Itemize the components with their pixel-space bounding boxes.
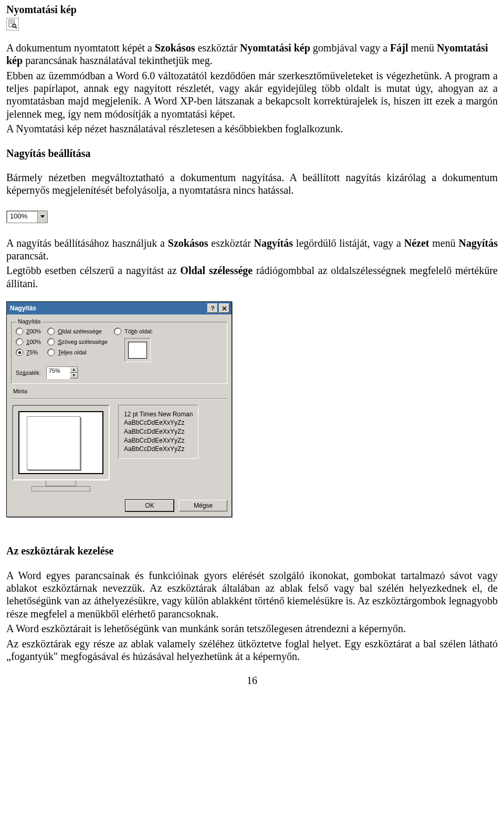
zoom-group-legend: Nagyítás [16,318,43,325]
radio-icon [47,349,55,356]
radio-multipage[interactable]: Több oldal: [114,328,153,335]
dialog-title-text: Nagyítás [10,305,36,312]
radio-option[interactable]: 100% [16,338,41,345]
body-para-2: Ebben az üzemmódban a Word 6.0 változatá… [6,69,498,121]
zoom-dialog: Nagyítás ? Nagyítás 200%100%75% Oldal sz… [6,301,232,517]
document-page: Nyomtatási kép A dokumentum nyomtatott k… [0,0,504,702]
close-button[interactable] [219,303,229,313]
radio-option[interactable]: Oldal szélessége [47,328,108,335]
radio-icon [114,328,121,335]
percent-value: 75% [47,367,70,379]
heading-nyomtatasi-kep: Nyomtatási kép [6,3,498,16]
radio-label: Oldal szélessége [58,328,102,335]
radio-option[interactable]: 200% [16,328,41,335]
radio-col-multi: Több oldal: [114,328,153,362]
minta-label: Minta [11,387,227,395]
percent-label: Százalék: [16,370,41,376]
radio-label: 75% [26,349,38,356]
heading-eszkoztarak: Az eszköztárak kezelése [6,544,498,557]
body-para-8: A Word eszköztárait is lehetőségünk van … [6,622,498,635]
body-para-7: A Word egyes parancsainak és funkcióinak… [6,569,498,621]
radio-icon [47,328,55,335]
preview-font-label: 12 pt Times New Roman [124,411,193,418]
preview-line: AaBbCcDdEeXxYyZz [124,437,193,445]
ok-button[interactable]: OK [125,500,174,512]
radio-option[interactable]: 75% [16,349,41,356]
preview-line: AaBbCcDdEeXxYyZz [124,419,193,427]
radio-label: Több oldal: [124,328,153,335]
radio-icon [16,328,23,335]
body-para-3: A Nyomtatási kép nézet használatával rés… [6,122,498,135]
body-para-4: Bármely nézetben megváltoztatható a doku… [6,171,498,197]
radio-label: Szöveg szélessége [58,339,108,345]
monitor-preview-icon [12,405,110,491]
multipage-picker[interactable] [124,338,151,362]
page-number: 16 [6,674,498,687]
body-para-5: A nagyítás beállításához használjuk a Sz… [6,237,498,263]
radio-icon [16,338,23,345]
svg-line-5 [15,27,17,29]
preview-line: AaBbCcDdEeXxYyZz [124,428,193,436]
spin-down-icon[interactable]: ▼ [70,373,78,379]
chevron-down-icon[interactable] [37,211,47,223]
zoom-dropdown-value: 100% [7,211,37,223]
radio-icon [47,338,55,345]
help-button[interactable]: ? [207,303,218,313]
radio-label: Teljes oldal [58,349,86,356]
cancel-button[interactable]: Mégse [179,500,227,512]
print-preview-icon [6,18,19,30]
zoom-group: Nagyítás 200%100%75% Oldal szélességeSzö… [11,322,227,384]
heading-nagyitas: Nagyítás beállítása [6,147,498,160]
font-preview-box: 12 pt Times New Roman AaBbCcDdEeXxYyZzAa… [118,405,198,459]
body-para-1: A dokumentum nyomtatott képét a Szokásos… [6,41,498,67]
body-para-6: Legtöbb esetben célszerű a nagyítást az … [6,264,498,290]
radio-option[interactable]: Teljes oldal [47,349,108,356]
svg-marker-6 [40,215,45,218]
radio-col-fit: Oldal szélességeSzöveg szélességeTeljes … [47,328,108,362]
radio-icon [16,349,23,356]
radio-option[interactable]: Szöveg szélessége [47,338,108,345]
zoom-dropdown[interactable]: 100% [6,211,48,223]
preview-area: 12 pt Times New Roman AaBbCcDdEeXxYyZzAa… [11,403,227,495]
radio-label: 100% [26,339,41,345]
body-para-9: Az eszköztárak egy része az ablak valame… [6,637,498,663]
dialog-titlebar: Nagyítás ? [7,302,232,314]
preview-line: AaBbCcDdEeXxYyZz [124,445,193,453]
radio-col-percent: 200%100%75% [16,328,41,362]
percent-spinner[interactable]: 75% ▲ ▼ [46,366,79,379]
radio-label: 200% [26,328,41,335]
spin-up-icon[interactable]: ▲ [70,367,78,373]
